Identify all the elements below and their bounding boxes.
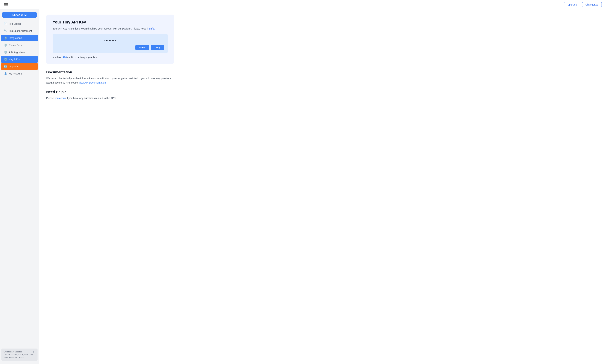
file-upload-icon: 📄 xyxy=(4,22,7,26)
main-content: Your Tiny API Key Your API Key is a uniq… xyxy=(39,9,606,364)
hubspot-icon: 🔧 xyxy=(4,29,7,33)
need-help-title: Need Help? xyxy=(46,90,599,94)
sidebar-item-file-upload[interactable]: 📄 File Upload xyxy=(1,20,38,27)
sidebar-item-integrations[interactable]: ⚙️ Integrations xyxy=(1,35,38,41)
contact-us-link[interactable]: contact us xyxy=(55,97,66,100)
sidebar-footer: Credits Last Updated: Tue, 25 February 2… xyxy=(1,349,38,361)
api-card-description: Your API Key is a unique token that link… xyxy=(53,27,168,31)
help-text-before: Please xyxy=(46,97,55,100)
menu-icon[interactable] xyxy=(4,3,8,6)
header-left xyxy=(4,3,8,6)
upgrade-icon: 🔄 xyxy=(4,65,7,68)
api-key-card: Your Tiny API Key Your API Key is a uniq… xyxy=(46,14,174,64)
sidebar-item-enrich-demo[interactable]: ⚙️ Enrich Demo xyxy=(1,42,38,49)
credits-count: 486 Enrichment Credits xyxy=(3,356,33,359)
sidebar-item-label: My Account xyxy=(9,72,22,75)
doc-text-before: We have collected all possible informati… xyxy=(46,77,171,84)
sidebar-item-upgrade[interactable]: 🔄 Upgrade xyxy=(1,63,38,70)
copy-key-button[interactable]: Copy xyxy=(151,45,164,50)
credits-remaining-text: You have 486 credits remaining in your k… xyxy=(53,56,168,58)
api-key-box: •••••••• Show Copy xyxy=(53,34,168,53)
enrich-demo-icon: ⚙️ xyxy=(4,44,7,47)
header-right: Upgrade ChangeLog xyxy=(564,2,602,7)
sidebar-footer-text: Credits Last Updated: Tue, 25 February 2… xyxy=(3,350,33,359)
integrations-icon: ⚙️ xyxy=(4,37,7,40)
api-desc-highlight: safe. xyxy=(149,27,155,30)
refresh-icon[interactable]: ↻ xyxy=(33,351,35,354)
changelog-button[interactable]: ChangeLog xyxy=(582,2,602,7)
all-integrations-icon: ⚙️ xyxy=(4,51,7,54)
sidebar-item-label: Integrations xyxy=(9,37,22,39)
credits-last-updated-label: Credits Last Updated: xyxy=(3,350,33,353)
need-help-text: Please contact us if you have any questi… xyxy=(46,96,174,100)
sidebar-item-label: HubSpot Enrichment xyxy=(9,29,32,32)
sidebar-item-label: Upgrade xyxy=(9,65,18,68)
help-text-after: if you have any questions related to the… xyxy=(66,97,116,100)
key-doc-icon: ⚙️ xyxy=(4,58,7,61)
my-account-icon: 👤 xyxy=(4,72,7,75)
documentation-title: Documentation xyxy=(46,70,599,74)
sidebar-item-label: All integrations xyxy=(9,51,25,54)
api-key-actions: Show Copy xyxy=(56,45,164,50)
sidebar-item-label: File Upload xyxy=(9,22,22,25)
sidebar-item-label: Enrich Demo xyxy=(9,44,23,47)
show-key-button[interactable]: Show xyxy=(135,45,149,50)
credits-after: credits remaining in your key. xyxy=(67,56,97,58)
api-desc-before: Your API Key is a unique token that link… xyxy=(53,27,149,30)
sidebar-item-all-integrations[interactable]: ⚙️ All integrations xyxy=(1,49,38,56)
documentation-text: We have collected all possible informati… xyxy=(46,77,174,85)
view-api-docs-link[interactable]: View API Documentation xyxy=(79,81,106,84)
upgrade-button[interactable]: Upgrade xyxy=(564,2,580,7)
sidebar-item-hubspot[interactable]: 🔧 HubSpot Enrichment xyxy=(1,27,38,34)
sidebar-item-my-account[interactable]: 👤 My Account xyxy=(1,70,38,77)
api-key-value: •••••••• xyxy=(56,39,164,42)
credits-number: 486 xyxy=(63,56,67,58)
sidebar-item-label: Key & Doc xyxy=(9,58,21,61)
doc-text-after: . xyxy=(106,81,106,84)
app-body: Enrich CRM 📄 File Upload 🔧 HubSpot Enric… xyxy=(0,9,606,364)
sidebar: Enrich CRM 📄 File Upload 🔧 HubSpot Enric… xyxy=(0,9,39,364)
logo-button[interactable]: Enrich CRM xyxy=(2,12,37,18)
credits-date: Tue, 25 February 2025, 08:43 AM xyxy=(3,353,33,356)
header: Upgrade ChangeLog xyxy=(0,0,606,9)
credits-before: You have xyxy=(53,56,63,58)
sidebar-item-key-doc[interactable]: ⚙️ Key & Doc xyxy=(1,56,38,63)
api-card-title: Your Tiny API Key xyxy=(53,20,168,25)
